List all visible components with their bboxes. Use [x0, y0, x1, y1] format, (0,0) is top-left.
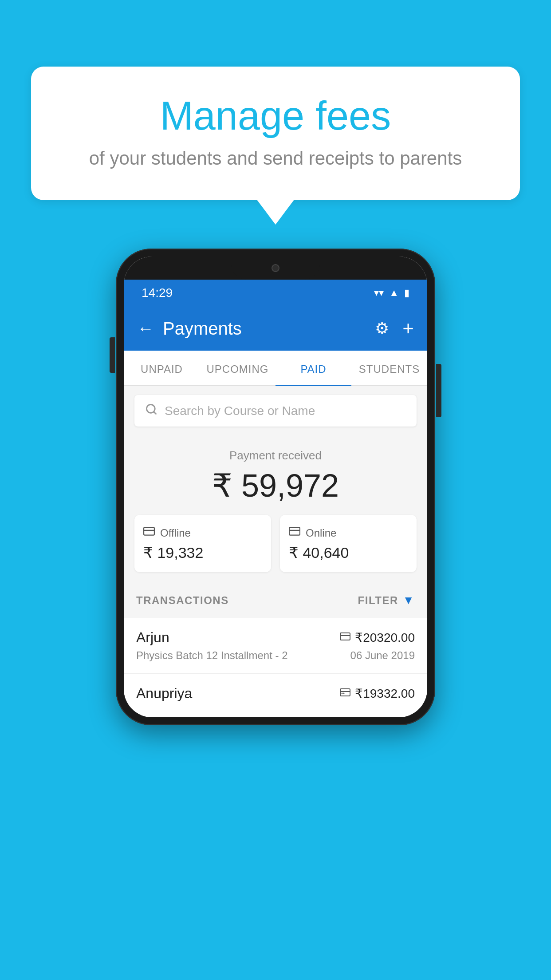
search-bar[interactable]: Search by Course or Name [134, 395, 417, 427]
filter-button[interactable]: FILTER ▼ [358, 593, 415, 607]
transaction-amount-row: ₹20320.00 [340, 630, 415, 645]
offline-card: Offline ₹ 19,332 [134, 515, 271, 572]
add-icon[interactable]: + [402, 317, 414, 340]
status-bar: 14:29 ▾▾ ▲ ▮ [124, 280, 427, 306]
offline-card-header: Offline [143, 526, 262, 540]
payment-total-amount: ₹ 59,972 [134, 467, 417, 504]
offline-label: Offline [160, 527, 191, 539]
header-right: ⚙ + [375, 317, 414, 340]
transactions-label: TRANSACTIONS [136, 594, 229, 607]
phone-notch [124, 257, 427, 280]
header-title: Payments [163, 319, 242, 339]
search-placeholder: Search by Course or Name [165, 404, 315, 418]
header-left: ← Payments [137, 319, 242, 339]
camera-dot [272, 264, 279, 272]
tab-students[interactable]: STUDENTS [351, 351, 427, 385]
offline-icon [143, 526, 155, 540]
svg-rect-2 [144, 527, 154, 535]
tab-paid[interactable]: PAID [276, 351, 351, 385]
transaction-amount: ₹20320.00 [355, 630, 415, 645]
transactions-header: TRANSACTIONS FILTER ▼ [124, 583, 427, 618]
speech-bubble-subtitle: of your students and send receipts to pa… [67, 148, 484, 169]
phone-screen: 14:29 ▾▾ ▲ ▮ ← Payments ⚙ + [124, 257, 427, 717]
svg-rect-6 [340, 633, 350, 640]
transaction-course: Physics Batch 12 Installment - 2 [136, 649, 287, 662]
transaction-amount: ₹19332.00 [355, 686, 415, 701]
transaction-row-bottom: Physics Batch 12 Installment - 2 06 June… [136, 649, 415, 662]
svg-rect-8 [340, 689, 350, 696]
transaction-name: Arjun [136, 629, 169, 646]
payment-type-offline-icon [340, 687, 350, 700]
filter-icon: ▼ [403, 593, 415, 607]
filter-label: FILTER [358, 594, 398, 607]
battery-icon: ▮ [404, 287, 409, 299]
wifi-icon: ▾▾ [374, 287, 384, 299]
transaction-date: 06 June 2019 [350, 649, 415, 662]
app-header: ← Payments ⚙ + [124, 306, 427, 351]
online-icon [289, 526, 300, 540]
payment-received-label: Payment received [134, 449, 417, 462]
online-amount: ₹ 40,640 [289, 544, 408, 561]
tab-upcoming[interactable]: UPCOMING [200, 351, 276, 385]
transaction-row-top: Anupriya ₹19332.00 [136, 685, 415, 702]
online-card: Online ₹ 40,640 [280, 515, 417, 572]
gear-icon[interactable]: ⚙ [375, 319, 389, 338]
speech-bubble: Manage fees of your students and send re… [31, 67, 520, 200]
notch-cutout [231, 257, 320, 280]
signal-icon: ▲ [389, 287, 399, 299]
online-card-header: Online [289, 526, 408, 540]
transaction-amount-row: ₹19332.00 [340, 686, 415, 701]
transaction-row-top: Arjun ₹20320.00 [136, 629, 415, 646]
payment-type-online-icon [340, 631, 350, 644]
search-container: Search by Course or Name [124, 386, 427, 435]
tabs-container: UNPAID UPCOMING PAID STUDENTS [124, 351, 427, 386]
speech-bubble-container: Manage fees of your students and send re… [31, 67, 520, 200]
svg-rect-4 [289, 527, 300, 535]
back-button[interactable]: ← [137, 319, 154, 338]
status-time: 14:29 [142, 286, 173, 300]
speech-bubble-title: Manage fees [67, 93, 484, 139]
online-label: Online [306, 527, 336, 539]
transaction-name: Anupriya [136, 685, 192, 702]
phone-outer: 14:29 ▾▾ ▲ ▮ ← Payments ⚙ + [116, 249, 435, 725]
offline-amount: ₹ 19,332 [143, 544, 262, 561]
phone-mockup: 14:29 ▾▾ ▲ ▮ ← Payments ⚙ + [116, 249, 435, 725]
payment-cards: Offline ₹ 19,332 Online [134, 515, 417, 572]
transaction-item[interactable]: Arjun ₹20320.00 Physics Batch 12 Install… [124, 618, 427, 674]
tab-unpaid[interactable]: UNPAID [124, 351, 200, 385]
search-icon [145, 403, 157, 419]
status-icons: ▾▾ ▲ ▮ [374, 287, 409, 299]
transaction-item[interactable]: Anupriya ₹19332.00 [124, 674, 427, 717]
payment-summary: Payment received ₹ 59,972 Offline [124, 435, 427, 583]
svg-line-1 [153, 411, 156, 414]
